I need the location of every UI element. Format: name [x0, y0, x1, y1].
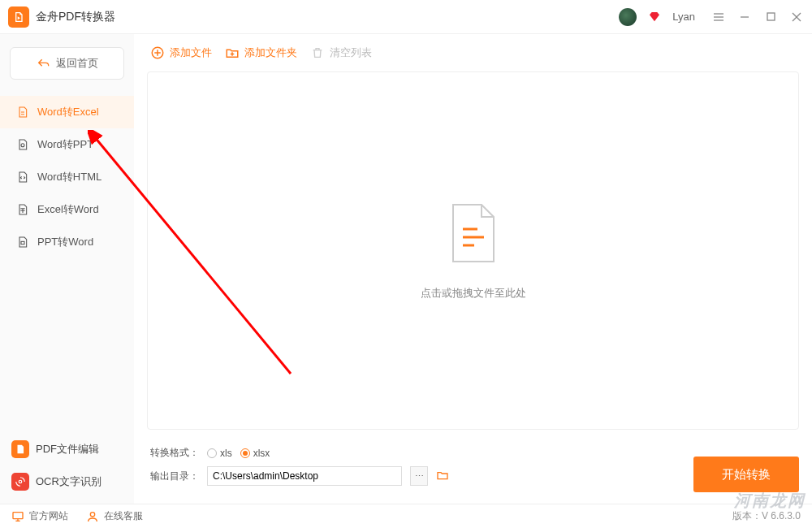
sidebar-pdf-editor-button[interactable]: PDF文件编辑: [11, 435, 123, 463]
title-bar: 金舟PDF转换器 Lyan: [0, 0, 812, 34]
folder-plus-icon: [225, 45, 240, 60]
back-arrow-icon: [37, 57, 50, 70]
sidebar-bottom-label: OCR文字识别: [36, 474, 102, 489]
svg-point-9: [19, 480, 22, 483]
maximize-icon[interactable]: [763, 10, 778, 24]
file-icon: [16, 171, 29, 184]
sidebar-item-label: Word转PPT: [37, 137, 93, 152]
options-panel: 转换格式： xls xlsx 开始转换 输出目录： ⋯: [147, 438, 799, 496]
open-folder-icon[interactable]: [436, 469, 449, 484]
sidebar-item-ppt-to-word[interactable]: PPT转Word: [0, 226, 134, 258]
sidebar: 返回首页 Word转Excel Word转PPT Word转HTML Excel…: [0, 34, 134, 504]
document-icon: [445, 201, 502, 268]
format-label: 转换格式：: [150, 446, 199, 460]
format-radio-xlsx[interactable]: xlsx: [240, 448, 270, 459]
sidebar-ocr-button[interactable]: OCR文字识别: [11, 468, 123, 496]
footer-support-label: 在线客服: [104, 509, 143, 523]
browse-button[interactable]: ⋯: [410, 466, 428, 486]
output-path-input[interactable]: [207, 466, 402, 486]
sidebar-item-label: Word转Excel: [37, 105, 99, 119]
content-area: 添加文件 添加文件夹 清空列表 点击或拖拽文件至此处 转换格式： xls xls…: [134, 34, 812, 504]
plus-circle-icon: [150, 45, 165, 60]
back-home-button[interactable]: 返回首页: [10, 47, 124, 80]
pdf-editor-icon: [11, 440, 29, 458]
svg-point-7: [21, 144, 24, 147]
vip-diamond-icon[interactable]: [648, 11, 661, 24]
clear-list-button[interactable]: 清空列表: [310, 45, 372, 60]
add-folder-label: 添加文件夹: [244, 45, 297, 60]
format-radio-xls[interactable]: xls: [207, 448, 232, 459]
support-icon: [86, 510, 99, 523]
minimize-icon[interactable]: [737, 10, 752, 24]
trash-icon: [310, 45, 325, 60]
clear-list-label: 清空列表: [330, 45, 372, 60]
file-dropzone[interactable]: 点击或拖拽文件至此处: [147, 71, 799, 430]
sidebar-item-word-to-excel[interactable]: Word转Excel: [0, 96, 134, 128]
svg-rect-8: [21, 241, 24, 244]
toolbar: 添加文件 添加文件夹 清空列表: [147, 45, 799, 71]
ocr-icon: [11, 473, 29, 491]
svg-rect-4: [767, 13, 775, 20]
username-label[interactable]: Lyan: [672, 11, 695, 23]
svg-rect-18: [13, 512, 23, 518]
sidebar-item-excel-to-word[interactable]: Excel转Word: [0, 193, 134, 226]
sidebar-item-label: Word转HTML: [37, 170, 102, 184]
file-icon: [16, 138, 29, 151]
back-home-label: 返回首页: [56, 56, 98, 71]
sidebar-item-word-to-html[interactable]: Word转HTML: [0, 161, 134, 193]
app-logo: [8, 6, 29, 28]
output-label: 输出目录：: [150, 470, 199, 483]
add-folder-button[interactable]: 添加文件夹: [225, 45, 297, 60]
close-icon[interactable]: [789, 10, 804, 24]
svg-point-21: [90, 512, 94, 516]
file-icon: [16, 203, 29, 216]
menu-icon[interactable]: [711, 10, 726, 24]
file-icon: [16, 106, 29, 119]
start-convert-button[interactable]: 开始转换: [693, 457, 799, 492]
dropzone-hint: 点击或拖拽文件至此处: [421, 286, 526, 301]
add-file-label: 添加文件: [170, 45, 212, 60]
footer: 官方网站 在线客服 版本：V 6.6.3.0: [0, 504, 812, 528]
sidebar-bottom-label: PDF文件编辑: [36, 442, 99, 457]
footer-support-link[interactable]: 在线客服: [86, 509, 143, 523]
footer-website-label: 官方网站: [29, 509, 68, 523]
app-title: 金舟PDF转换器: [36, 10, 115, 24]
version-label: 版本：V 6.6.3.0: [732, 509, 801, 523]
user-avatar[interactable]: [619, 8, 637, 26]
file-icon: [16, 236, 29, 249]
monitor-icon: [11, 510, 24, 523]
footer-website-link[interactable]: 官方网站: [11, 509, 68, 523]
sidebar-item-label: Excel转Word: [37, 202, 99, 217]
sidebar-item-word-to-ppt[interactable]: Word转PPT: [0, 128, 134, 161]
sidebar-item-label: PPT转Word: [37, 235, 93, 249]
add-file-button[interactable]: 添加文件: [150, 45, 212, 60]
